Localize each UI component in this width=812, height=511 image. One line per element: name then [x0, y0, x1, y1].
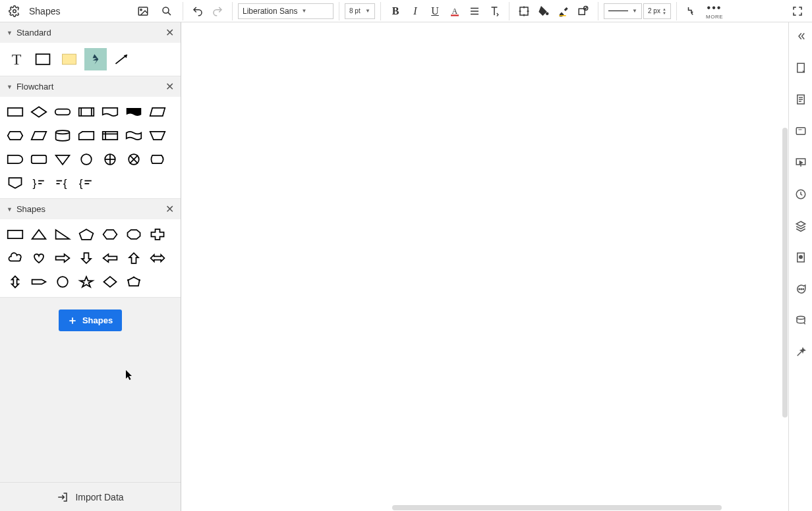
shape-rectangle[interactable] — [32, 48, 54, 70]
panel-standard-header[interactable]: ▼ Standard ✕ — [0, 22, 181, 43]
connection-icon[interactable] — [682, 2, 701, 20]
canvas[interactable] — [181, 22, 788, 511]
sh-right-triangle[interactable] — [53, 225, 72, 244]
font-family-select[interactable]: Liberation Sans▼ — [238, 3, 334, 19]
fc-manual-op[interactable] — [148, 126, 167, 146]
sh-arrow-up[interactable] — [124, 248, 144, 268]
fc-brace-eq[interactable]: { — [53, 173, 72, 193]
presentation-icon[interactable] — [791, 153, 811, 173]
line-width-select[interactable]: 2 px ▲▼ — [643, 3, 671, 19]
more-button[interactable]: ••• MORE — [702, 2, 727, 20]
sh-hexagon[interactable] — [100, 225, 120, 244]
fc-tape[interactable] — [124, 126, 144, 146]
sh-arrow-bi-h[interactable] — [148, 248, 167, 268]
page-setup-icon[interactable] — [791, 58, 811, 78]
sh-rectangle[interactable] — [5, 225, 25, 244]
sh-pentagon[interactable] — [76, 225, 96, 244]
svg-text:{: { — [63, 176, 67, 190]
fc-internal-storage[interactable] — [100, 126, 120, 146]
search-icon[interactable] — [158, 2, 176, 20]
fc-parallelogram[interactable] — [148, 102, 167, 122]
data-icon[interactable] — [791, 311, 811, 331]
sh-arrow-bi-v[interactable] — [5, 272, 25, 292]
bold-icon[interactable]: B — [386, 2, 405, 20]
sh-triangle[interactable] — [29, 225, 49, 244]
fc-offpage[interactable] — [5, 173, 25, 193]
line-style-select[interactable]: ▼ — [604, 3, 642, 19]
shape-action[interactable] — [84, 48, 107, 70]
sh-star[interactable] — [76, 272, 96, 292]
sh-arrow-down[interactable] — [76, 248, 96, 268]
fc-document[interactable] — [100, 102, 120, 122]
fc-circle[interactable] — [76, 149, 96, 169]
highlight-icon[interactable] — [554, 2, 573, 20]
history-icon[interactable] — [791, 184, 811, 204]
quote-icon[interactable]: ”” — [791, 121, 811, 141]
collapse-icon[interactable] — [791, 26, 811, 46]
fc-database[interactable] — [53, 126, 72, 146]
fc-card[interactable] — [76, 126, 96, 146]
text-color-icon[interactable]: A — [446, 2, 464, 20]
align-icon[interactable] — [465, 2, 484, 20]
layers-icon[interactable] — [791, 216, 811, 236]
font-size-select[interactable]: 8 pt▼ — [345, 3, 375, 19]
fc-half-round[interactable] — [5, 149, 25, 169]
container-icon[interactable] — [515, 2, 533, 20]
fc-crossed-circle[interactable] — [100, 149, 120, 169]
svg-text:””: ”” — [798, 128, 802, 134]
redo-icon[interactable] — [208, 2, 227, 20]
theme-icon[interactable] — [791, 248, 811, 267]
close-icon[interactable]: ✕ — [165, 26, 174, 39]
fc-brace-right[interactable]: } — [29, 173, 49, 193]
sh-arrow-left[interactable] — [100, 248, 120, 268]
fc-x-circle[interactable] — [124, 149, 144, 169]
panel-shapes-header[interactable]: ▼ Shapes ✕ — [0, 199, 181, 219]
import-data-button[interactable]: Import Data — [0, 482, 181, 511]
comments-icon[interactable] — [791, 279, 811, 299]
sh-octagon[interactable] — [124, 225, 144, 244]
text-style-icon[interactable] — [485, 2, 504, 20]
fc-process[interactable] — [5, 102, 25, 122]
add-shapes-button[interactable]: Shapes — [59, 309, 122, 331]
undo-icon[interactable] — [188, 2, 207, 20]
fc-triangle-down[interactable] — [53, 149, 72, 169]
scrollbar-vertical[interactable] — [780, 22, 788, 502]
sh-cloud[interactable] — [5, 248, 25, 268]
gear-icon[interactable] — [5, 2, 24, 20]
underline-icon[interactable]: U — [426, 2, 444, 20]
fc-skew[interactable] — [29, 126, 49, 146]
svg-rect-8 — [559, 15, 566, 16]
close-icon[interactable]: ✕ — [165, 203, 174, 215]
shape-text[interactable]: T — [5, 48, 28, 70]
sh-label[interactable] — [29, 272, 49, 292]
fc-predefined[interactable] — [76, 102, 96, 122]
fc-terminator[interactable] — [53, 102, 72, 122]
apply-style-icon[interactable] — [574, 2, 593, 20]
fill-icon[interactable] — [535, 2, 553, 20]
fc-hexagon[interactable] — [5, 126, 25, 146]
svg-point-51 — [799, 288, 800, 290]
magic-icon[interactable] — [791, 342, 811, 362]
scrollbar-horizontal[interactable] — [181, 503, 788, 511]
palette-standard: T — [0, 43, 181, 76]
close-icon[interactable]: ✕ — [165, 80, 174, 93]
image-icon[interactable] — [134, 2, 152, 20]
sh-cross[interactable] — [148, 225, 167, 244]
panel-label: Shapes — [16, 204, 45, 214]
shape-note[interactable] — [58, 48, 80, 70]
shape-arrow[interactable] — [111, 48, 133, 70]
sh-polygon[interactable] — [124, 272, 144, 292]
sh-arrow-right[interactable] — [53, 248, 72, 268]
fc-decision[interactable] — [29, 102, 49, 122]
fc-rounded[interactable] — [29, 149, 49, 169]
notes-icon[interactable] — [791, 90, 811, 109]
panel-flowchart-header[interactable]: ▼ Flowchart ✕ — [0, 76, 181, 97]
sh-heart[interactable] — [29, 248, 49, 268]
sh-diamond[interactable] — [100, 272, 120, 292]
italic-icon[interactable]: I — [406, 2, 424, 20]
fc-display[interactable] — [148, 149, 167, 169]
fullscreen-icon[interactable] — [788, 2, 807, 20]
fc-brace-open[interactable]: { — [76, 173, 96, 193]
fc-document-filled[interactable] — [124, 102, 144, 122]
sh-circle[interactable] — [53, 272, 72, 292]
